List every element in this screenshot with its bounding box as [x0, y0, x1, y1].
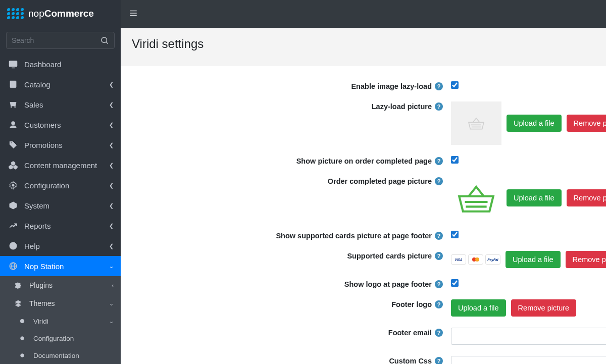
- help-icon[interactable]: ?: [435, 177, 443, 185]
- checkbox-show-order-complete[interactable]: [451, 156, 459, 164]
- sidebar-item-plugins[interactable]: Plugins ‹: [0, 276, 121, 294]
- sidebar-item-reports[interactable]: Reports ❮: [0, 216, 121, 236]
- chevron-left-icon: ❮: [109, 223, 114, 229]
- layers-icon: [12, 299, 24, 307]
- upload-lazy-picture[interactable]: Upload a file: [507, 115, 562, 132]
- label-cards-picture: Supported cards picture: [347, 252, 432, 260]
- help-icon: [7, 241, 19, 250]
- target-icon: [16, 319, 28, 324]
- nav-list: Dashboard Catalog ❮ Sales ❮ Customers ❮ …: [0, 54, 121, 364]
- search-input[interactable]: [12, 36, 100, 44]
- sidebar-item-catalog[interactable]: Catalog ❮: [0, 74, 121, 94]
- remove-lazy-picture[interactable]: Remove picture: [567, 115, 606, 132]
- help-icon[interactable]: ?: [435, 300, 443, 308]
- remove-footer-logo[interactable]: Remove picture: [511, 299, 577, 317]
- circle-icon: [16, 336, 28, 341]
- help-icon[interactable]: ?: [435, 252, 443, 260]
- search-input-wrap[interactable]: [6, 32, 115, 49]
- chevron-left-icon: ❮: [109, 182, 114, 189]
- label-footer-logo: Footer logo: [391, 300, 432, 308]
- help-icon[interactable]: ?: [435, 329, 443, 337]
- chevron-left-icon: ❮: [109, 243, 114, 249]
- circle-icon: [16, 353, 28, 358]
- mastercard-icon: [468, 254, 483, 265]
- sidebar-item-label: System: [24, 201, 109, 210]
- help-icon[interactable]: ?: [435, 232, 443, 240]
- sidebar-item-help[interactable]: Help ❮: [0, 236, 121, 256]
- svg-line-1: [106, 42, 108, 44]
- cart-icon: [7, 100, 19, 109]
- sidebar-item-customers[interactable]: Customers ❮: [0, 115, 121, 135]
- svg-point-13: [22, 321, 23, 322]
- remove-order-complete-picture[interactable]: Remove picture: [567, 189, 606, 206]
- chevron-left-icon: ❮: [109, 122, 114, 128]
- menu-toggle[interactable]: [129, 9, 138, 19]
- sidebar-item-content-management[interactable]: Content management ❮: [0, 155, 121, 175]
- sidebar-item-viridi-configuration[interactable]: Configuration: [0, 330, 121, 347]
- checkbox-show-cards[interactable]: [451, 231, 459, 238]
- logo[interactable]: nopCommerce: [0, 0, 121, 27]
- checkbox-show-footer-logo[interactable]: [451, 279, 459, 287]
- sidebar-item-label: Plugins: [29, 281, 112, 289]
- topbar: [121, 0, 606, 28]
- page-header: Viridi settings: [121, 28, 606, 66]
- sidebar-item-label: Promotions: [24, 141, 109, 149]
- svg-point-8: [13, 247, 13, 248]
- sidebar-item-themes[interactable]: Themes ⌄: [0, 294, 121, 313]
- label-lazy-picture: Lazy-load picture: [372, 102, 432, 111]
- logo-text: nopCommerce: [28, 8, 94, 19]
- monitor-icon: [7, 60, 19, 69]
- help-icon[interactable]: ?: [435, 102, 443, 111]
- sidebar-item-label: Documentation: [33, 352, 114, 359]
- label-show-cards: Show supported cards picture at page foo…: [276, 232, 432, 240]
- sidebar-item-viridi[interactable]: Viridi ⌄: [0, 313, 121, 330]
- sidebar-item-label: Sales: [24, 100, 109, 109]
- sidebar-item-promotions[interactable]: Promotions ❮: [0, 135, 121, 155]
- svg-rect-2: [10, 61, 17, 67]
- label-enable-lazy: Enable image lazy-load: [351, 82, 432, 90]
- sidebar-item-system[interactable]: System ❮: [0, 195, 121, 216]
- cubes-icon: [7, 161, 19, 170]
- upload-cards-picture[interactable]: Upload a file: [506, 251, 561, 268]
- help-icon[interactable]: ?: [435, 357, 443, 364]
- puzzle-icon: [12, 281, 24, 289]
- chevron-down-icon: ⌄: [109, 318, 114, 325]
- label-custom-css: Custom Css: [389, 357, 432, 364]
- basket-icon: [453, 179, 499, 217]
- upload-footer-logo[interactable]: Upload a file: [451, 299, 506, 317]
- chevron-down-icon: ⌄: [109, 263, 114, 270]
- sidebar-item-label: Reports: [24, 222, 109, 230]
- input-custom-css[interactable]: [451, 356, 606, 364]
- paypal-card-icon: PayPal: [485, 254, 500, 265]
- sidebar-item-configuration[interactable]: Configuration ❮: [0, 175, 121, 195]
- help-icon[interactable]: ?: [435, 280, 443, 288]
- help-icon[interactable]: ?: [435, 157, 443, 165]
- sidebar-item-dashboard[interactable]: Dashboard: [0, 54, 121, 74]
- sidebar-item-label: Nop Station: [24, 262, 109, 271]
- tag-icon: [7, 140, 19, 149]
- sidebar-item-label: Configuration: [24, 181, 109, 190]
- input-footer-email[interactable]: [451, 328, 606, 345]
- help-icon[interactable]: ?: [435, 82, 443, 90]
- settings-form: Enable image lazy-load? Lazy-load pictur…: [121, 66, 606, 364]
- globe-icon: [7, 262, 19, 271]
- sidebar-item-nop-station[interactable]: Nop Station ⌄: [0, 256, 121, 276]
- chevron-left-icon: ❮: [109, 202, 114, 209]
- sidebar-item-label: Configuration: [33, 335, 114, 342]
- search-icon: [100, 36, 109, 45]
- chevron-left-icon: ❮: [109, 142, 114, 148]
- chevron-down-icon: ⌄: [109, 300, 114, 307]
- sidebar-item-label: Content management: [24, 161, 109, 170]
- sidebar-item-label: Themes: [29, 299, 109, 307]
- label-order-complete-picture: Order completed page picture: [328, 177, 432, 185]
- sidebar-item-viridi-documentation[interactable]: Documentation: [0, 347, 121, 364]
- chevron-left-icon: ❮: [109, 101, 114, 108]
- checkbox-enable-lazy[interactable]: [451, 81, 459, 89]
- sidebar-item-sales[interactable]: Sales ❮: [0, 94, 121, 115]
- chevron-left-icon: ❮: [109, 81, 114, 88]
- visa-card-icon: VISA: [451, 254, 466, 265]
- hamburger-icon: [129, 9, 138, 18]
- label-show-footer-logo: Show logo at page footer: [344, 280, 432, 288]
- remove-cards-picture[interactable]: Remove picture: [566, 251, 606, 268]
- upload-order-complete-picture[interactable]: Upload a file: [507, 189, 562, 206]
